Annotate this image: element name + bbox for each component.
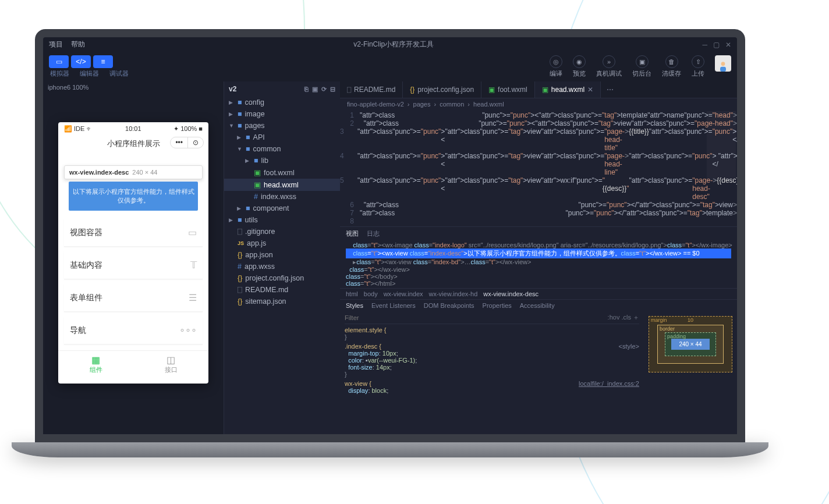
breadcrumb-item[interactable]: fino-applet-demo-v2 bbox=[347, 101, 404, 108]
list-item[interactable]: 基础内容𝕋 bbox=[64, 251, 203, 279]
tree-item[interactable]: ⎕.gitignore bbox=[224, 226, 340, 237]
editor-tabs: ⎕README.md{}project.config.json▣foot.wxm… bbox=[340, 81, 737, 98]
capsule-close-icon[interactable]: ⊙ bbox=[188, 137, 203, 148]
remote-debug-button[interactable]: »真机调试 bbox=[596, 55, 622, 78]
phone-battery: ✦ 100% ■ bbox=[173, 125, 203, 133]
laptop-base bbox=[12, 442, 768, 457]
svg-rect-1 bbox=[720, 67, 726, 72]
breadcrumb-item[interactable]: head.wxml bbox=[467, 101, 504, 108]
remote-icon: » bbox=[603, 55, 615, 68]
tabs-more-icon[interactable]: ⋯ bbox=[601, 81, 619, 98]
minimap[interactable] bbox=[707, 111, 736, 181]
tree-item[interactable]: {}project.config.json bbox=[224, 272, 340, 284]
styles-tabs: StylesEvent ListenersDOM BreakpointsProp… bbox=[340, 300, 737, 311]
list-item[interactable]: 导航∘∘∘ bbox=[64, 317, 203, 345]
component-icon: ▦ bbox=[58, 354, 133, 365]
devtools-tab-view[interactable]: 视图 bbox=[346, 229, 359, 238]
tree-item[interactable]: ▶■API bbox=[224, 132, 340, 143]
dom-crumb[interactable]: wx-view.index-desc bbox=[483, 290, 539, 297]
tree-item[interactable]: ⎕README.md bbox=[224, 284, 340, 296]
capsule[interactable]: •••⊙ bbox=[170, 137, 204, 148]
dom-crumb[interactable]: wx-view.index-hd bbox=[429, 290, 478, 297]
explorer-root[interactable]: v2 bbox=[229, 85, 236, 93]
mode-editor-label: 编辑器 bbox=[80, 69, 99, 78]
collapse-icon[interactable]: ⊟ bbox=[330, 86, 335, 93]
styles-tab[interactable]: Styles bbox=[346, 302, 363, 309]
styles-tab[interactable]: Accessibility bbox=[520, 302, 555, 309]
avatar[interactable] bbox=[715, 55, 731, 72]
tree-item[interactable]: ▶■component bbox=[224, 203, 340, 214]
tab-close-icon[interactable]: ✕ bbox=[587, 86, 593, 94]
phone-tab-interface[interactable]: ◫接口 bbox=[133, 351, 208, 378]
close-icon[interactable]: ✕ bbox=[725, 41, 731, 49]
clear-cache-button[interactable]: 🗑清缓存 bbox=[662, 55, 681, 78]
box-model: margin 10 border padding 240 × 44 bbox=[644, 311, 737, 434]
menubar: 项目 帮助 v2-FinClip小程序开发工具 ─ ▢ ✕ bbox=[43, 37, 737, 52]
mode-simulator-button[interactable]: ▭ bbox=[49, 55, 69, 68]
editor-tab[interactable]: ⎕README.md bbox=[340, 81, 403, 98]
tree-item[interactable]: ▣head.wxml bbox=[224, 179, 340, 191]
tree-item[interactable]: {}sitemap.json bbox=[224, 296, 340, 307]
list-item[interactable]: 表单组件☰ bbox=[64, 284, 203, 312]
compile-icon: ◎ bbox=[550, 55, 562, 68]
interface-icon: ◫ bbox=[133, 354, 208, 365]
preview-button[interactable]: ◉预览 bbox=[573, 55, 586, 78]
maximize-icon[interactable]: ▢ bbox=[713, 41, 720, 49]
dom-crumb[interactable]: body bbox=[364, 290, 378, 297]
devtools: 视图 日志 class="t"><wx-image class="index-l… bbox=[340, 226, 737, 434]
upload-button[interactable]: ⇧上传 bbox=[692, 55, 704, 78]
tree-item[interactable]: ▼■pages bbox=[224, 120, 340, 132]
new-file-icon[interactable]: ⎘ bbox=[304, 86, 309, 93]
file-explorer: v2 ⎘ ▣ ⟳ ⊟ ▶■config▶■image▼■pages▶■API▼■… bbox=[224, 81, 340, 434]
phone-title: 小程序组件展示 bbox=[107, 139, 160, 148]
devtools-tab-log[interactable]: 日志 bbox=[367, 229, 380, 238]
styles-panel[interactable]: :hov .cls ＋ element.style { } .index-des… bbox=[340, 311, 644, 434]
dom-tree[interactable]: class="t"><wx-image class="index-logo" s… bbox=[340, 240, 737, 288]
tree-item[interactable]: ▶■utils bbox=[224, 214, 340, 226]
background-button[interactable]: ▣切后台 bbox=[632, 55, 651, 78]
list-item[interactable]: 视图容器▭ bbox=[64, 219, 203, 247]
mode-debugger-button[interactable]: ≡ bbox=[93, 55, 113, 68]
mode-editor-button[interactable]: </> bbox=[71, 55, 91, 68]
tree-item[interactable]: ▼■common bbox=[224, 143, 340, 155]
styles-tab[interactable]: Properties bbox=[483, 302, 512, 309]
compile-button[interactable]: ◎编译 bbox=[550, 55, 562, 78]
window-title: v2-FinClip小程序开发工具 bbox=[93, 40, 694, 49]
preview-icon: ◉ bbox=[573, 55, 586, 68]
styles-tab[interactable]: DOM Breakpoints bbox=[424, 302, 474, 309]
tree-item[interactable]: ▶■config bbox=[224, 97, 340, 108]
tree-item[interactable]: {}app.json bbox=[224, 249, 340, 261]
styles-filter-controls[interactable]: :hov .cls ＋ bbox=[608, 313, 639, 322]
tree-item[interactable]: ▶■image bbox=[224, 108, 340, 120]
tree-item[interactable]: ▣foot.wxml bbox=[224, 166, 340, 179]
menu-project[interactable]: 项目 bbox=[49, 40, 63, 49]
tree-item[interactable]: ▶■lib bbox=[224, 155, 340, 166]
simulator-device[interactable]: iphone6 100% bbox=[43, 81, 224, 93]
refresh-icon[interactable]: ⟳ bbox=[321, 86, 327, 93]
menu-help[interactable]: 帮助 bbox=[71, 40, 85, 49]
breadcrumb-item[interactable]: pages bbox=[408, 101, 431, 108]
editor-tab[interactable]: ▣head.wxml✕ bbox=[535, 81, 601, 98]
styles-tab[interactable]: Event Listeners bbox=[371, 302, 416, 309]
minimize-icon[interactable]: ─ bbox=[702, 41, 707, 49]
clear-icon: 🗑 bbox=[665, 55, 678, 68]
highlighted-element[interactable]: 以下将展示小程序官方组件能力，组件样式仅供参考。 bbox=[69, 182, 198, 211]
tree-item[interactable]: #app.wxss bbox=[224, 261, 340, 272]
ide-window: 项目 帮助 v2-FinClip小程序开发工具 ─ ▢ ✕ ▭ </> ≡ bbox=[43, 37, 737, 434]
styles-filter-input[interactable] bbox=[345, 313, 608, 322]
dom-crumb[interactable]: html bbox=[346, 290, 358, 297]
tree-item[interactable]: #index.wxss bbox=[224, 191, 340, 203]
tree-item[interactable]: JSapp.js bbox=[224, 237, 340, 249]
camera-dot bbox=[388, 33, 392, 36]
breadcrumb-item[interactable]: common bbox=[434, 101, 465, 108]
code-editor[interactable]: 1"attr">class"punc">="punc"><"attr">clas… bbox=[340, 110, 737, 226]
laptop-frame: 项目 帮助 v2-FinClip小程序开发工具 ─ ▢ ✕ ▭ </> ≡ bbox=[35, 29, 745, 457]
editor-tab[interactable]: {}project.config.json bbox=[403, 81, 481, 98]
capsule-menu-icon[interactable]: ••• bbox=[171, 137, 188, 148]
new-folder-icon[interactable]: ▣ bbox=[312, 86, 318, 93]
background-icon: ▣ bbox=[636, 55, 649, 68]
phone-tab-component[interactable]: ▦组件 bbox=[58, 351, 133, 378]
dom-crumb[interactable]: wx-view.index bbox=[384, 290, 423, 297]
editor-tab[interactable]: ▣foot.wxml bbox=[481, 81, 535, 98]
breadcrumb: fino-applet-demo-v2pagescommonhead.wxml bbox=[340, 98, 737, 110]
